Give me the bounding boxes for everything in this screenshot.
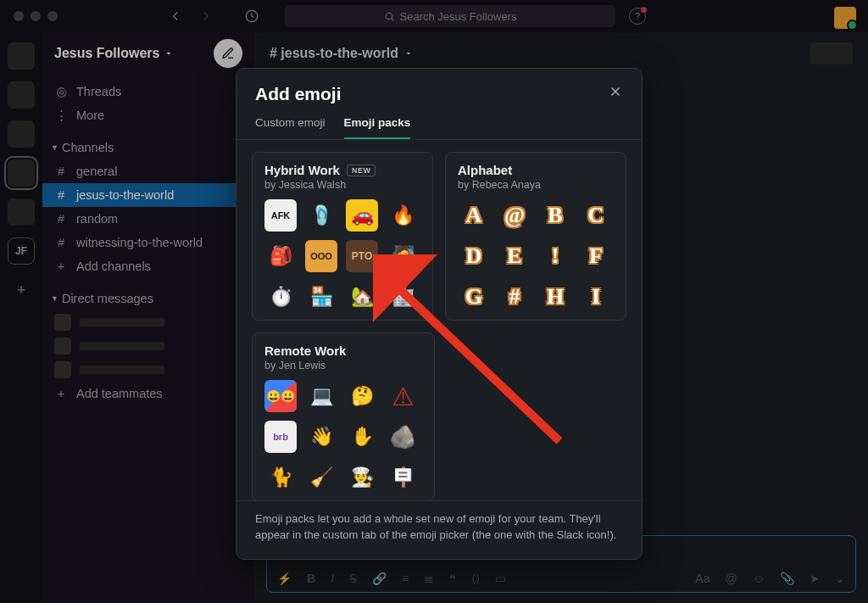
emoji-afk: AFK <box>264 199 297 232</box>
emoji-packs-note: Emoji packs let you add a whole set new … <box>236 500 642 559</box>
emoji-broom: 🧹 <box>305 461 337 494</box>
emoji-zen-stones: 🪨 <box>387 421 419 453</box>
emoji-letter-a: A <box>458 199 490 232</box>
emoji-letter-f: F <box>580 240 612 272</box>
emoji-pack-alphabet[interactable]: Alphabet by Rebeca Anaya A @ B C D E ! F… <box>445 152 626 321</box>
pack-author: by Jessica Walsh <box>264 179 420 191</box>
add-emoji-modal: Add emoji Custom emoji Emoji packs Hybri… <box>236 68 643 560</box>
emoji-cat: 🐈 <box>264 461 297 494</box>
emoji-letter-at: @ <box>498 199 531 232</box>
emoji-letter-d: D <box>458 240 490 272</box>
new-badge: NEW <box>347 165 376 176</box>
pack-author: by Rebeca Anaya <box>458 179 614 191</box>
emoji-car-sign: 🚗 <box>346 199 378 232</box>
modal-tabs: Custom emoji Emoji packs <box>236 104 642 140</box>
emoji-pto: PTO <box>346 240 378 272</box>
emoji-letter-i: I <box>580 281 612 313</box>
emoji-letter-e: E <box>498 240 531 272</box>
pack-title: Remote Work <box>264 343 346 358</box>
pack-title: Hybrid Work <box>264 163 340 177</box>
tab-custom-emoji[interactable]: Custom emoji <box>255 116 326 139</box>
emoji-laptop: 💻 <box>305 380 337 412</box>
emoji-brb: brb <box>264 421 297 453</box>
tab-emoji-packs[interactable]: Emoji packs <box>344 116 411 139</box>
emoji-desk: 🔥 <box>387 199 419 232</box>
emoji-slippers: 🩴 <box>305 199 337 232</box>
modal-title: Add emoji <box>255 84 342 104</box>
emoji-sign: 🪧 <box>387 461 419 494</box>
emoji-wifi: ⚠︎ <box>387 380 419 412</box>
emoji-house: 🏡 <box>346 281 378 313</box>
emoji-spa-face: 🧖 <box>387 240 419 272</box>
pack-title: Alphabet <box>458 163 512 177</box>
emoji-wave: 👋 <box>305 421 337 453</box>
emoji-letter-hash: # <box>498 281 531 313</box>
emoji-backpack: 🎒 <box>264 240 297 272</box>
pack-author: by Jen Lewis <box>264 360 422 371</box>
emoji-letter-bang: ! <box>539 240 571 272</box>
emoji-thinking: 🤔 <box>346 380 378 412</box>
emoji-faces-grid: 😀😀 <box>264 380 297 412</box>
emoji-pack-remote-work[interactable]: Remote Work by Jen Lewis 😀😀 💻 🤔 ⚠︎ brb 👋… <box>252 332 435 500</box>
emoji-chef: 👨‍🍳 <box>346 461 378 494</box>
emoji-letter-c: C <box>580 199 612 232</box>
emoji-ooo: OOO <box>305 240 337 272</box>
close-button[interactable] <box>608 84 623 99</box>
emoji-letter-g: G <box>458 281 490 313</box>
emoji-letter-h: H <box>539 281 571 313</box>
emoji-stopwatch: ⏱️ <box>264 281 297 313</box>
emoji-storefront: 🏪 <box>305 281 337 313</box>
emoji-pack-hybrid-work[interactable]: Hybrid Work NEW by Jessica Walsh AFK 🩴 🚗… <box>252 152 433 321</box>
emoji-letter-b: B <box>539 199 571 232</box>
emoji-building: 🏢 <box>387 281 419 313</box>
emoji-raised-hand: ✋ <box>346 421 378 453</box>
close-icon <box>608 84 623 99</box>
